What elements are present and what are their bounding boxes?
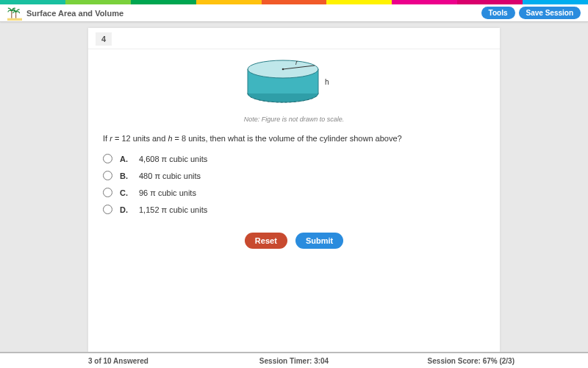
choice-letter: D.: [120, 205, 130, 214]
prompt-mid1: = 12 units and: [112, 134, 168, 143]
footer-answered: 3 of 10 Answered: [88, 357, 148, 365]
footer-bar: 3 of 10 Answered Session Timer: 3:04 Ses…: [0, 352, 588, 368]
choice-letter: C.: [120, 188, 130, 197]
prompt-prefix: If: [103, 134, 110, 143]
choice-a[interactable]: A. 4,608 π cubic units: [103, 150, 485, 167]
figure-note: Note: Figure is not drawn to scale.: [88, 116, 500, 123]
page-title: Surface Area and Volume: [26, 9, 123, 18]
choice-c-radio[interactable]: [103, 188, 112, 197]
choice-text: 480 π cubic units: [139, 171, 201, 180]
footer-score: Session Score: 67% (2/3): [428, 357, 514, 365]
prompt-mid2: = 8 units, then what is the volume of th…: [173, 134, 402, 143]
question-number: 4: [96, 32, 112, 46]
choice-c[interactable]: C. 96 π cubic units: [103, 184, 485, 201]
choice-letter: B.: [120, 171, 130, 180]
svg-rect-0: [7, 18, 22, 20]
figure-area: r h Note: Figure is not drawn to scale.: [88, 49, 500, 126]
choice-b[interactable]: B. 480 π cubic units: [103, 167, 485, 184]
question-number-row: 4: [88, 28, 500, 49]
save-session-button[interactable]: Save Session: [519, 7, 581, 19]
reset-button[interactable]: Reset: [245, 233, 287, 249]
choice-d[interactable]: D. 1,152 π cubic units: [103, 201, 485, 218]
tools-button[interactable]: Tools: [481, 7, 515, 19]
header-bar: Surface Area and Volume Tools Save Sessi…: [0, 4, 588, 22]
choice-d-radio[interactable]: [103, 205, 112, 214]
question-prompt: If r = 12 units and h = 8 units, then wh…: [88, 126, 500, 150]
choice-text: 96 π cubic units: [139, 188, 196, 197]
question-card: 4 r h Note: Figure is not drawn to scale…: [88, 28, 500, 352]
svg-point-5: [282, 68, 284, 71]
choice-list: A. 4,608 π cubic units B. 480 π cubic un…: [88, 150, 500, 218]
submit-button[interactable]: Submit: [295, 233, 343, 249]
action-row: Reset Submit: [88, 218, 500, 263]
choice-b-radio[interactable]: [103, 171, 112, 180]
choice-a-radio[interactable]: [103, 154, 112, 163]
choice-text: 1,152 π cubic units: [139, 205, 207, 214]
logo-icon: [7, 6, 22, 21]
cylinder-figure: r h: [235, 58, 353, 110]
choice-letter: A.: [120, 155, 130, 163]
h-label: h: [325, 78, 329, 86]
choice-text: 4,608 π cubic units: [139, 155, 207, 163]
